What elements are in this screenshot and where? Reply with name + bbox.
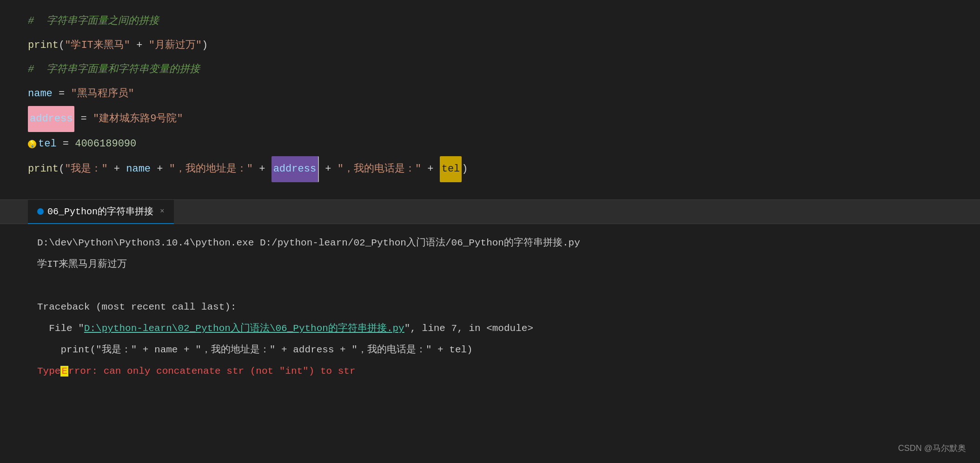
code-line-7: print("我是：" + name + "，我的地址是：" + address… xyxy=(28,156,980,182)
code-line-4: name = "黑马程序员" xyxy=(28,82,980,106)
func-print-2: print xyxy=(28,157,59,181)
var-tel: tel xyxy=(38,132,57,156)
str-addr: "，我的地址是：" xyxy=(169,157,253,181)
terminal-body: D:\dev\Python\Python3.10.4\python.exe D:… xyxy=(0,224,980,463)
terminal-tabs: 06_Python的字符串拼接 × xyxy=(0,200,980,224)
string-2: "月薪过万" xyxy=(149,33,202,58)
term-print-line: print("我是：" + name + "，我的地址是：" + address… xyxy=(37,339,971,361)
comment-2: # 字符串字面量和字符串变量的拼接 xyxy=(28,58,200,82)
terminal-container: ▲ ▼ ≡ ⇩ 🖨 🗑 D:\dev\Python\Python3.10.4\p… xyxy=(0,224,980,463)
code-line-6: 💡tel = 4006189090 xyxy=(28,132,980,156)
string-1: "学IT来黑马" xyxy=(65,33,130,58)
term-line-blank xyxy=(37,275,971,297)
term-file-link[interactable]: D:\python-learn\02_Python入门语法\06_Python的… xyxy=(84,323,404,334)
cursor-highlight: E xyxy=(60,366,68,377)
term-error-line: TypeError: can only concatenate str (not… xyxy=(37,361,971,382)
term-traceback-header: Traceback (most recent call last): xyxy=(37,297,971,318)
str-tel: "，我的电话是：" xyxy=(338,157,421,181)
lightbulb-icon: 💡 xyxy=(28,140,36,148)
comment-1: # 字符串字面量之间的拼接 xyxy=(28,9,159,33)
string-address-val: "建材城东路9号院" xyxy=(93,107,183,131)
code-line-2: print("学IT来黑马" + "月薪过万") xyxy=(28,33,980,58)
term-error-type: TypeError: can only concatenate str (not… xyxy=(37,366,356,377)
code-line-5: address = "建材城东路9号院" xyxy=(28,106,980,132)
func-print-1: print xyxy=(28,33,59,58)
var-address-highlight: address xyxy=(28,106,74,132)
number-tel: 4006189090 xyxy=(75,132,136,156)
string-name-val: "黑马程序员" xyxy=(71,82,134,106)
term-line-1: D:\dev\Python\Python3.10.4\python.exe D:… xyxy=(37,232,971,254)
tab-close-icon[interactable]: × xyxy=(160,207,165,216)
watermark: CSDN @马尔默奥 xyxy=(898,443,966,454)
tab-python-string[interactable]: 06_Python的字符串拼接 × xyxy=(28,200,174,224)
tab-dot-icon xyxy=(37,208,44,215)
code-line-1: # 字符串字面量之间的拼接 xyxy=(28,9,980,33)
var-name-ref: name xyxy=(126,157,151,181)
var-tel-ref: tel xyxy=(440,156,462,182)
term-line-2: 学IT来黑马月薪过万 xyxy=(37,254,971,275)
var-address-ref: address xyxy=(271,156,319,182)
code-line-3: # 字符串字面量和字符串变量的拼接 xyxy=(28,58,980,82)
term-file-line: File "D:\python-learn\02_Python入门语法\06_P… xyxy=(37,318,971,339)
editor-area: # 字符串字面量之间的拼接 print("学IT来黑马" + "月薪过万") #… xyxy=(0,0,980,200)
str-woshi: "我是：" xyxy=(65,157,107,181)
tab-label: 06_Python的字符串拼接 xyxy=(47,205,153,218)
var-name: name xyxy=(28,82,53,106)
